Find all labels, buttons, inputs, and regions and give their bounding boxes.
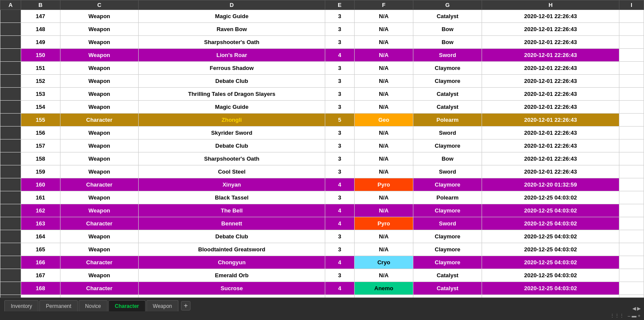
row-cell-i (619, 191, 644, 204)
row-element: N/A (354, 269, 413, 282)
row-number: 166 (21, 256, 60, 269)
row-element: Anemo (354, 282, 413, 295)
table-row: 164WeaponDebate Club3N/AClaymore2020-12-… (0, 230, 644, 243)
col-header-a[interactable]: A (0, 0, 21, 10)
row-element: N/A (354, 10, 413, 23)
row-cell-a (0, 62, 21, 75)
col-header-c[interactable]: C (60, 0, 139, 10)
row-number: 155 (21, 114, 60, 127)
row-name: Debate Club (139, 230, 325, 243)
row-date: 2020-12-01 22:26:43 (482, 88, 619, 101)
row-type: Character (60, 282, 139, 295)
row-number: 148 (21, 23, 60, 36)
row-element: N/A (354, 88, 413, 101)
bottom-bar: ⋮⋮⋮ – ▬ + (0, 311, 644, 320)
row-name: The Bell (139, 204, 325, 217)
row-element: N/A (354, 49, 413, 62)
tab-character[interactable]: Character (108, 300, 146, 311)
row-name: Black Tassel (139, 191, 325, 204)
row-weapon-type: Sword (413, 127, 482, 139)
col-header-i[interactable]: I (619, 0, 644, 10)
row-cell-i (619, 88, 644, 101)
row-date: 2020-12-01 22:26:43 (482, 152, 619, 165)
row-cell-i (619, 114, 644, 127)
row-element: Geo (354, 114, 413, 127)
row-name: Lion's Roar (139, 49, 325, 62)
tab-novice[interactable]: Novice (79, 300, 108, 311)
column-header-row: A B C D E F G H I (0, 0, 644, 10)
col-header-e[interactable]: E (325, 0, 354, 10)
row-type: Weapon (60, 230, 139, 243)
row-element: N/A (354, 243, 413, 256)
tab-weapon[interactable]: Weapon (146, 300, 178, 311)
row-date: 2020-12-25 04:03:02 (482, 204, 619, 217)
row-type: Weapon (60, 88, 139, 101)
row-weapon-type: Claymore (413, 230, 482, 243)
row-number: 147 (21, 10, 60, 23)
add-tab-button[interactable]: + (181, 301, 190, 310)
row-number: 164 (21, 230, 60, 243)
row-type: Weapon (60, 243, 139, 256)
row-cell-i (619, 217, 644, 230)
row-date: 2020-12-01 22:26:43 (482, 62, 619, 75)
table-row: 165WeaponBloodtainted Greatsword3N/AClay… (0, 243, 644, 256)
row-cell-i (619, 152, 644, 165)
table-row: 150WeaponLion's Roar4N/ASword2020-12-01 … (0, 49, 644, 62)
row-weapon-type: Bow (413, 23, 482, 36)
col-header-b[interactable]: B (21, 0, 60, 10)
row-cell-a (0, 256, 21, 269)
row-weapon-type: Sword (413, 165, 482, 178)
tab-inventory[interactable]: Inventory (4, 300, 38, 311)
row-weapon-type: Claymore (413, 178, 482, 191)
col-header-d[interactable]: D (139, 0, 325, 10)
row-date: 2020-12-01 22:26:43 (482, 49, 619, 62)
row-number: 152 (21, 75, 60, 88)
row-cell-i (619, 178, 644, 191)
col-header-g[interactable]: G (413, 0, 482, 10)
zoom-level: ⋮⋮⋮ (610, 313, 624, 319)
row-number: 161 (21, 191, 60, 204)
bottom-right: ⋮⋮⋮ – ▬ + (610, 313, 641, 319)
row-number: 163 (21, 217, 60, 230)
row-type: Weapon (60, 75, 139, 88)
row-cell-i (619, 269, 644, 282)
row-weapon-type: Claymore (413, 62, 482, 75)
row-number: 149 (21, 36, 60, 49)
row-cell-a (0, 204, 21, 217)
row-date: 2020-12-25 04:03:02 (482, 230, 619, 243)
table-row: 153WeaponThrilling Tales of Dragon Slaye… (0, 88, 644, 101)
row-type: Weapon (60, 139, 139, 152)
table-row: 159WeaponCool Steel3N/ASword2020-12-01 2… (0, 165, 644, 178)
row-cell-i (619, 75, 644, 88)
table-row: 147WeaponMagic Guide3N/ACatalyst2020-12-… (0, 10, 644, 23)
tab-permanent[interactable]: Permanent (39, 300, 78, 311)
row-weapon-type: Claymore (413, 139, 482, 152)
row-number: 162 (21, 204, 60, 217)
row-rarity: 3 (325, 152, 354, 165)
table-row: 148WeaponRaven Bow3N/ABow2020-12-01 22:2… (0, 23, 644, 36)
row-type: Weapon (60, 62, 139, 75)
row-rarity: 3 (325, 191, 354, 204)
row-name: Bennett (139, 217, 325, 230)
row-type: Character (60, 217, 139, 230)
row-cell-a (0, 165, 21, 178)
row-weapon-type: Sword (413, 49, 482, 62)
row-name: Chongyun (139, 256, 325, 269)
row-weapon-type: Claymore (413, 243, 482, 256)
row-element: Pyro (354, 217, 413, 230)
row-cell-a (0, 152, 21, 165)
row-weapon-type: Catalyst (413, 10, 482, 23)
row-cell-a (0, 269, 21, 282)
row-rarity: 4 (325, 217, 354, 230)
col-header-f[interactable]: F (354, 0, 413, 10)
row-cell-i (619, 62, 644, 75)
row-rarity: 3 (325, 75, 354, 88)
row-element: N/A (354, 191, 413, 204)
row-name: Magic Guide (139, 10, 325, 23)
table-row: 162WeaponThe Bell4N/AClaymore2020-12-25 … (0, 204, 644, 217)
row-weapon-type: Claymore (413, 256, 482, 269)
col-header-h[interactable]: H (482, 0, 619, 10)
row-number: 154 (21, 101, 60, 114)
row-cell-i (619, 49, 644, 62)
row-number: 157 (21, 139, 60, 152)
